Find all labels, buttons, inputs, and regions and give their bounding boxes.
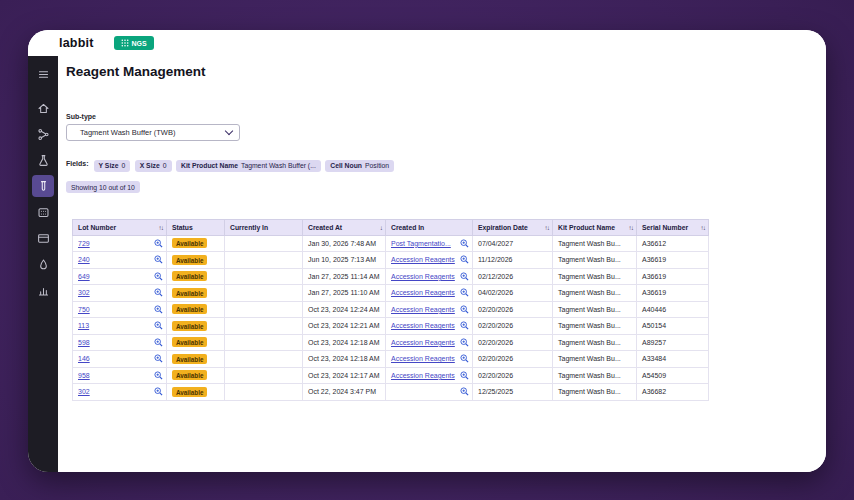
sidebar-item-chart[interactable] xyxy=(32,279,54,301)
zoom-icon[interactable] xyxy=(154,239,163,248)
lot-number-cell: 958 xyxy=(73,367,167,384)
created-in-link[interactable]: Accession Reagents xyxy=(391,372,455,379)
lot-number-link[interactable]: 240 xyxy=(78,256,90,263)
zoom-icon[interactable] xyxy=(460,371,469,380)
lot-number-link[interactable]: 302 xyxy=(78,289,90,296)
test-tube-icon xyxy=(37,180,50,193)
zoom-icon[interactable] xyxy=(460,354,469,363)
table-row: 729AvailableJan 30, 2026 7:48 AMPost Tag… xyxy=(73,235,709,252)
subtype-select[interactable]: Tagment Wash Buffer (TWB) xyxy=(66,124,240,141)
sidebar-item-home[interactable] xyxy=(32,97,54,119)
table-row: 649AvailableJan 27, 2025 11:14 AMAccessi… xyxy=(73,268,709,285)
zoom-icon[interactable] xyxy=(154,387,163,396)
status-cell: Available xyxy=(167,235,225,252)
zoom-icon[interactable] xyxy=(154,305,163,314)
expiration-date-cell: 02/20/2026 xyxy=(473,318,553,335)
status-badge: Available xyxy=(172,321,207,331)
kit-product-name-cell: Tagment Wash Bu... xyxy=(553,318,637,335)
zoom-icon[interactable] xyxy=(460,305,469,314)
field-chip[interactable]: Cell NounPosition xyxy=(325,160,394,172)
zoom-icon[interactable] xyxy=(154,321,163,330)
lot-number-link[interactable]: 958 xyxy=(78,372,90,379)
zoom-icon[interactable] xyxy=(460,255,469,264)
sort-icon[interactable]: ↑↓ xyxy=(701,224,706,231)
sidebar-item-flask[interactable] xyxy=(32,149,54,171)
created-in-link[interactable]: Accession Reagents xyxy=(391,289,455,296)
lot-number-link[interactable]: 146 xyxy=(78,355,90,362)
sort-icon[interactable]: ↑↓ xyxy=(159,224,164,231)
created-in-link[interactable]: Accession Reagents xyxy=(391,306,455,313)
created-in-link[interactable]: Accession Reagents xyxy=(391,273,455,280)
lot-number-link[interactable]: 729 xyxy=(78,240,90,247)
chip-value: Tagment Wash Buffer (... xyxy=(241,162,316,169)
status-badge: Available xyxy=(172,370,207,380)
zoom-icon[interactable] xyxy=(460,272,469,281)
column-header-serial-number[interactable]: Serial Number↑↓ xyxy=(637,219,709,235)
ngs-badge-label: NGS xyxy=(132,40,147,47)
card-icon xyxy=(37,232,50,245)
created-in-link[interactable]: Accession Reagents xyxy=(391,355,455,362)
zoom-icon[interactable] xyxy=(460,239,469,248)
created-in-cell: Accession Reagents xyxy=(386,334,473,351)
status-badge: Available xyxy=(172,288,207,298)
expiration-date-cell: 11/12/2026 xyxy=(473,252,553,269)
status-cell: Available xyxy=(167,334,225,351)
zoom-icon[interactable] xyxy=(154,288,163,297)
chip-label: X Size xyxy=(140,162,160,169)
lot-number-link[interactable]: 598 xyxy=(78,339,90,346)
created-in-link[interactable]: Accession Reagents xyxy=(391,256,455,263)
table-row: 750AvailableOct 23, 2024 12:24 AMAccessi… xyxy=(73,301,709,318)
status-badge: Available xyxy=(172,255,207,265)
zoom-icon[interactable] xyxy=(460,338,469,347)
kit-product-name-cell: Tagment Wash Bu... xyxy=(553,252,637,269)
zoom-icon[interactable] xyxy=(460,387,469,396)
created-in-link[interactable]: Accession Reagents xyxy=(391,339,455,346)
created-in-link[interactable]: Accession Reagents xyxy=(391,322,455,329)
lot-number-link[interactable]: 649 xyxy=(78,273,90,280)
fields-row: Fields: Y Size0 X Size0 Kit Product Name… xyxy=(66,154,826,172)
lot-number-cell: 649 xyxy=(73,268,167,285)
sort-icon[interactable]: ↑↓ xyxy=(629,224,634,231)
created-at-cell: Oct 22, 2024 3:47 PM xyxy=(303,384,386,401)
created-in-cell: Accession Reagents xyxy=(386,367,473,384)
sort-icon[interactable]: ↑↓ xyxy=(545,224,550,231)
column-header-expiration-date[interactable]: Expiration Date↑↓ xyxy=(473,219,553,235)
lot-number-link[interactable]: 113 xyxy=(78,322,89,329)
sidebar-item-droplet[interactable] xyxy=(32,253,54,275)
sidebar-item-card[interactable] xyxy=(32,227,54,249)
sidebar-item-menu[interactable] xyxy=(32,63,54,85)
lot-number-link[interactable]: 302 xyxy=(78,388,90,395)
table-row: 598AvailableOct 23, 2024 12:18 AMAccessi… xyxy=(73,334,709,351)
zoom-icon[interactable] xyxy=(154,338,163,347)
status-cell: Available xyxy=(167,367,225,384)
sidebar-item-workflow[interactable] xyxy=(32,123,54,145)
column-header-created-at[interactable]: Created At↓ xyxy=(303,219,386,235)
column-header-lot-number[interactable]: Lot Number↑↓ xyxy=(73,219,167,235)
serial-number-cell: A36682 xyxy=(637,384,709,401)
column-header-kit-product-name[interactable]: Kit Product Name↑↓ xyxy=(553,219,637,235)
lot-number-link[interactable]: 750 xyxy=(78,306,90,313)
currently-in-cell xyxy=(225,301,303,318)
zoom-icon[interactable] xyxy=(154,272,163,281)
sidebar-item-plate[interactable] xyxy=(32,201,54,223)
zoom-icon[interactable] xyxy=(154,354,163,363)
serial-number-cell: A36612 xyxy=(637,235,709,252)
sidebar-item-test-tube[interactable] xyxy=(32,175,54,197)
zoom-icon[interactable] xyxy=(460,321,469,330)
chip-value: 0 xyxy=(163,162,167,169)
zoom-icon[interactable] xyxy=(460,288,469,297)
zoom-icon[interactable] xyxy=(154,255,163,264)
field-chip[interactable]: Kit Product NameTagment Wash Buffer (... xyxy=(176,160,321,172)
sort-icon[interactable]: ↓ xyxy=(380,224,382,231)
expiration-date-cell: 04/02/2026 xyxy=(473,285,553,302)
labbit-logo: labbit xyxy=(59,36,94,50)
field-chip[interactable]: Y Size0 xyxy=(94,160,131,172)
created-in-link[interactable]: Post Tagmentatio... xyxy=(391,240,451,247)
zoom-icon[interactable] xyxy=(154,371,163,380)
serial-number-cell: A36619 xyxy=(637,252,709,269)
ngs-app-badge[interactable]: NGS xyxy=(114,36,154,50)
created-in-cell: Accession Reagents xyxy=(386,268,473,285)
status-badge: Available xyxy=(172,271,207,281)
expiration-date-cell: 02/12/2026 xyxy=(473,268,553,285)
field-chip[interactable]: X Size0 xyxy=(135,160,172,172)
